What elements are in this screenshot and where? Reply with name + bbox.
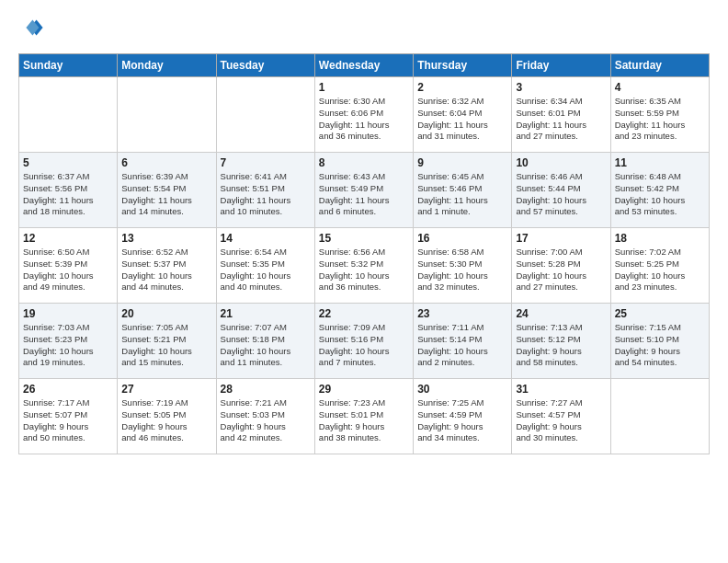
calendar-cell: 14Sunrise: 6:54 AM Sunset: 5:35 PM Dayli… [216, 228, 314, 304]
day-info: Sunrise: 6:41 AM Sunset: 5:51 PM Dayligh… [221, 171, 311, 218]
logo-icon [18, 15, 44, 40]
day-info: Sunrise: 6:58 AM Sunset: 5:30 PM Dayligh… [417, 247, 507, 293]
day-info: Sunrise: 7:05 AM Sunset: 5:21 PM Dayligh… [121, 322, 211, 369]
day-number: 10 [516, 156, 606, 169]
weekday-header-sunday: Sunday [19, 54, 118, 77]
weekday-header-wednesday: Wednesday [314, 54, 413, 77]
calendar-table: SundayMondayTuesdayWednesdayThursdayFrid… [18, 53, 710, 454]
day-info: Sunrise: 6:54 AM Sunset: 5:35 PM Dayligh… [221, 247, 311, 293]
day-info: Sunrise: 6:45 AM Sunset: 5:46 PM Dayligh… [417, 171, 507, 218]
calendar-cell: 22Sunrise: 7:09 AM Sunset: 5:16 PM Dayli… [314, 304, 413, 379]
day-number: 25 [615, 307, 705, 320]
calendar-cell: 27Sunrise: 7:19 AM Sunset: 5:05 PM Dayli… [118, 379, 216, 454]
day-info: Sunrise: 7:15 AM Sunset: 5:10 PM Dayligh… [615, 322, 705, 369]
day-number: 14 [221, 232, 311, 245]
day-number: 9 [417, 156, 507, 169]
day-number: 28 [221, 383, 311, 396]
day-number: 20 [121, 307, 211, 320]
day-info: Sunrise: 7:07 AM Sunset: 5:18 PM Dayligh… [221, 322, 311, 369]
calendar-week-2: 5Sunrise: 6:37 AM Sunset: 5:56 PM Daylig… [19, 153, 710, 228]
day-number: 6 [121, 156, 211, 169]
day-info: Sunrise: 7:00 AM Sunset: 5:28 PM Dayligh… [516, 247, 606, 293]
calendar-cell: 31Sunrise: 7:27 AM Sunset: 4:57 PM Dayli… [512, 379, 610, 454]
calendar-cell: 21Sunrise: 7:07 AM Sunset: 5:18 PM Dayli… [216, 304, 314, 379]
day-number: 18 [615, 232, 705, 245]
day-number: 1 [319, 81, 409, 94]
calendar-cell: 7Sunrise: 6:41 AM Sunset: 5:51 PM Daylig… [216, 153, 314, 228]
day-info: Sunrise: 7:19 AM Sunset: 5:05 PM Dayligh… [121, 397, 211, 444]
weekday-header-friday: Friday [512, 54, 610, 77]
day-number: 5 [23, 156, 113, 169]
header [18, 15, 710, 40]
page: SundayMondayTuesdayWednesdayThursdayFrid… [0, 0, 728, 464]
calendar-cell: 16Sunrise: 6:58 AM Sunset: 5:30 PM Dayli… [414, 228, 512, 304]
calendar-cell: 2Sunrise: 6:32 AM Sunset: 6:04 PM Daylig… [414, 77, 512, 153]
calendar-cell: 1Sunrise: 6:30 AM Sunset: 6:06 PM Daylig… [314, 77, 413, 153]
day-number: 2 [417, 81, 507, 94]
day-info: Sunrise: 6:39 AM Sunset: 5:54 PM Dayligh… [121, 171, 211, 218]
calendar-cell: 29Sunrise: 7:23 AM Sunset: 5:01 PM Dayli… [314, 379, 413, 454]
day-number: 15 [319, 232, 409, 245]
weekday-header-thursday: Thursday [414, 54, 512, 77]
calendar-cell: 19Sunrise: 7:03 AM Sunset: 5:23 PM Dayli… [19, 304, 118, 379]
day-number: 27 [121, 383, 211, 396]
calendar-cell: 15Sunrise: 6:56 AM Sunset: 5:32 PM Dayli… [314, 228, 413, 304]
day-number: 23 [417, 307, 507, 320]
day-number: 7 [221, 156, 311, 169]
day-info: Sunrise: 7:21 AM Sunset: 5:03 PM Dayligh… [221, 397, 311, 444]
day-info: Sunrise: 6:48 AM Sunset: 5:42 PM Dayligh… [615, 171, 705, 218]
calendar-cell: 18Sunrise: 7:02 AM Sunset: 5:25 PM Dayli… [610, 228, 709, 304]
calendar-cell: 26Sunrise: 7:17 AM Sunset: 5:07 PM Dayli… [19, 379, 118, 454]
calendar-body: 1Sunrise: 6:30 AM Sunset: 6:06 PM Daylig… [19, 77, 710, 454]
day-number: 4 [615, 81, 705, 94]
day-number: 17 [516, 232, 606, 245]
calendar-cell: 9Sunrise: 6:45 AM Sunset: 5:46 PM Daylig… [414, 153, 512, 228]
day-number: 16 [417, 232, 507, 245]
weekday-header-saturday: Saturday [610, 54, 709, 77]
calendar-week-4: 19Sunrise: 7:03 AM Sunset: 5:23 PM Dayli… [19, 304, 710, 379]
day-info: Sunrise: 6:43 AM Sunset: 5:49 PM Dayligh… [319, 171, 409, 218]
day-info: Sunrise: 6:50 AM Sunset: 5:39 PM Dayligh… [23, 247, 113, 293]
day-info: Sunrise: 6:30 AM Sunset: 6:06 PM Dayligh… [319, 96, 409, 143]
day-number: 8 [319, 156, 409, 169]
calendar-cell: 11Sunrise: 6:48 AM Sunset: 5:42 PM Dayli… [610, 153, 709, 228]
calendar-cell: 30Sunrise: 7:25 AM Sunset: 4:59 PM Dayli… [414, 379, 512, 454]
day-info: Sunrise: 6:46 AM Sunset: 5:44 PM Dayligh… [516, 171, 606, 218]
day-info: Sunrise: 7:13 AM Sunset: 5:12 PM Dayligh… [516, 322, 606, 369]
day-info: Sunrise: 7:03 AM Sunset: 5:23 PM Dayligh… [23, 322, 113, 369]
calendar-cell [216, 77, 314, 153]
day-info: Sunrise: 7:25 AM Sunset: 4:59 PM Dayligh… [417, 397, 507, 444]
calendar-cell: 13Sunrise: 6:52 AM Sunset: 5:37 PM Dayli… [118, 228, 216, 304]
day-number: 29 [319, 383, 409, 396]
calendar-cell: 25Sunrise: 7:15 AM Sunset: 5:10 PM Dayli… [610, 304, 709, 379]
calendar-cell: 5Sunrise: 6:37 AM Sunset: 5:56 PM Daylig… [19, 153, 118, 228]
day-info: Sunrise: 6:37 AM Sunset: 5:56 PM Dayligh… [23, 171, 113, 218]
calendar-cell [19, 77, 118, 153]
day-info: Sunrise: 6:56 AM Sunset: 5:32 PM Dayligh… [319, 247, 409, 293]
day-info: Sunrise: 6:52 AM Sunset: 5:37 PM Dayligh… [121, 247, 211, 293]
day-info: Sunrise: 6:35 AM Sunset: 5:59 PM Dayligh… [615, 96, 705, 143]
calendar-cell: 4Sunrise: 6:35 AM Sunset: 5:59 PM Daylig… [610, 77, 709, 153]
weekday-header-tuesday: Tuesday [216, 54, 314, 77]
day-number: 21 [221, 307, 311, 320]
calendar-cell: 10Sunrise: 6:46 AM Sunset: 5:44 PM Dayli… [512, 153, 610, 228]
day-info: Sunrise: 7:11 AM Sunset: 5:14 PM Dayligh… [417, 322, 507, 369]
day-info: Sunrise: 7:23 AM Sunset: 5:01 PM Dayligh… [319, 397, 409, 444]
calendar-cell: 17Sunrise: 7:00 AM Sunset: 5:28 PM Dayli… [512, 228, 610, 304]
calendar-cell: 20Sunrise: 7:05 AM Sunset: 5:21 PM Dayli… [118, 304, 216, 379]
calendar-week-1: 1Sunrise: 6:30 AM Sunset: 6:06 PM Daylig… [19, 77, 710, 153]
day-number: 13 [121, 232, 211, 245]
calendar-cell [610, 379, 709, 454]
calendar-cell [118, 77, 216, 153]
day-number: 11 [615, 156, 705, 169]
calendar-cell: 28Sunrise: 7:21 AM Sunset: 5:03 PM Dayli… [216, 379, 314, 454]
day-info: Sunrise: 7:27 AM Sunset: 4:57 PM Dayligh… [516, 397, 606, 444]
day-number: 19 [23, 307, 113, 320]
calendar-cell: 23Sunrise: 7:11 AM Sunset: 5:14 PM Dayli… [414, 304, 512, 379]
calendar-week-3: 12Sunrise: 6:50 AM Sunset: 5:39 PM Dayli… [19, 228, 710, 304]
calendar-week-5: 26Sunrise: 7:17 AM Sunset: 5:07 PM Dayli… [19, 379, 710, 454]
day-number: 22 [319, 307, 409, 320]
day-info: Sunrise: 6:34 AM Sunset: 6:01 PM Dayligh… [516, 96, 606, 143]
day-number: 24 [516, 307, 606, 320]
calendar-cell: 8Sunrise: 6:43 AM Sunset: 5:49 PM Daylig… [314, 153, 413, 228]
